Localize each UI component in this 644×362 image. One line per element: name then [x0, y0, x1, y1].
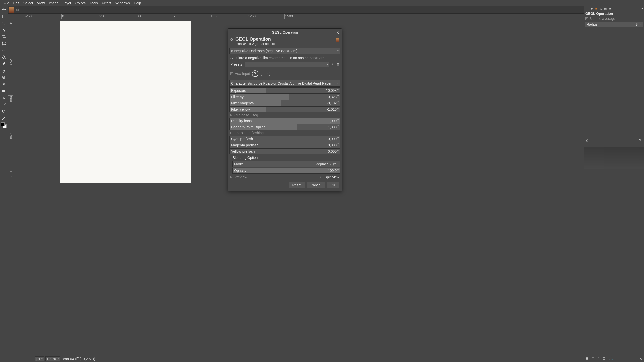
- dock-close-icon[interactable]: ⊠: [585, 138, 588, 142]
- menu-select[interactable]: Select: [21, 1, 35, 6]
- radius-field[interactable]: Radius 3 ▴▾: [585, 22, 643, 27]
- svg-point-11: [2, 110, 5, 112]
- fuzzy-select-tool-icon[interactable]: [0, 26, 7, 33]
- menu-tools[interactable]: Tools: [88, 1, 100, 6]
- menu-layer[interactable]: Layer: [61, 1, 73, 6]
- slider-value: -1,016: [327, 107, 337, 111]
- curve-combo[interactable]: Characteristic curve Fujicolor Crystal A…: [229, 80, 340, 87]
- ruler-horizontal[interactable]: -250 0 250 500 750 1000 1250 1500: [13, 14, 584, 19]
- sample-average-check[interactable]: × Sample average: [584, 16, 644, 21]
- clip-base-fog-check[interactable]: × Clip base + fog: [228, 113, 342, 118]
- density-boost-slider[interactable]: Density boost 1,000 ▴▾: [229, 118, 340, 124]
- spin-icon[interactable]: ▴▾: [337, 149, 340, 151]
- spin-icon[interactable]: ▴▾: [337, 168, 340, 170]
- reset-button[interactable]: Reset: [289, 182, 305, 188]
- menu-help[interactable]: Help: [132, 1, 143, 6]
- aux-picker-icon[interactable]: ?: [252, 70, 258, 77]
- spin-icon[interactable]: ▴▾: [337, 137, 340, 138]
- menu-image[interactable]: Image: [47, 1, 61, 6]
- slider-label: Magenta preflash: [231, 143, 258, 147]
- spin-icon[interactable]: ▴▾: [639, 24, 641, 25]
- transform-tool-icon[interactable]: [0, 40, 7, 47]
- dock-layers-placeholder[interactable]: [584, 147, 644, 169]
- filter-magenta-slider[interactable]: Filter magenta -0,102 ▴▾: [229, 100, 340, 106]
- image-tab-close-icon[interactable]: ⊠: [16, 8, 19, 12]
- zoom-combo[interactable]: 100 % ▾: [45, 356, 60, 361]
- color-picker-tool-icon[interactable]: [0, 101, 7, 108]
- spin-icon[interactable]: ▴▾: [337, 88, 340, 90]
- menu-windows[interactable]: Windows: [113, 1, 132, 6]
- preview-check[interactable]: × Preview: [230, 175, 247, 179]
- paintbrush-tool-icon[interactable]: [0, 60, 7, 67]
- ruler-vertical[interactable]: 0 250 500 750 1000: [8, 19, 13, 356]
- crop-tool-icon[interactable]: [0, 33, 7, 40]
- dock-tab-icon[interactable]: ▦: [603, 7, 607, 10]
- blend-switch-icon[interactable]: ⥂: [333, 162, 336, 166]
- menu-filters[interactable]: Filters: [100, 1, 113, 6]
- dialog-close-icon[interactable]: ✕: [336, 31, 339, 35]
- spin-icon[interactable]: ▴▾: [337, 125, 340, 127]
- dock-tab-icon[interactable]: ◆: [590, 7, 593, 10]
- spin-icon[interactable]: ▴▾: [337, 107, 340, 109]
- eraser-tool-icon[interactable]: [0, 67, 7, 74]
- preset-add-icon[interactable]: +: [331, 63, 334, 66]
- spin-icon[interactable]: ▴▾: [337, 95, 340, 96]
- spin-icon[interactable]: ▴▾: [337, 101, 340, 103]
- dock-anchor-icon[interactable]: ⚓: [609, 356, 613, 361]
- curve-label: Characteristic curve: [231, 81, 262, 85]
- path-tool-icon[interactable]: [0, 87, 7, 94]
- zoom-tool-icon[interactable]: [0, 108, 7, 115]
- cancel-button[interactable]: Cancel: [307, 182, 325, 188]
- aux-check-icon[interactable]: ×: [230, 72, 233, 75]
- filter-cyan-slider[interactable]: Filter cyan 0,323 ▴▾: [229, 94, 340, 100]
- measure-tool-icon[interactable]: [0, 115, 7, 121]
- presets-combo[interactable]: ▾: [245, 62, 329, 67]
- dock-delete-icon[interactable]: ⊠: [639, 357, 642, 361]
- split-view-check[interactable]: Split view: [320, 175, 339, 179]
- dialog-header-title: GEGL Operation: [235, 37, 271, 42]
- menu-file[interactable]: File: [2, 1, 11, 6]
- text-tool-icon[interactable]: A: [0, 94, 7, 101]
- enable-preflashing-check[interactable]: × Enable preflashing: [228, 130, 342, 135]
- menu-colors[interactable]: Colors: [73, 1, 88, 6]
- free-select-tool-icon[interactable]: [0, 20, 7, 26]
- spin-icon[interactable]: ▴▾: [337, 143, 340, 145]
- menu-view[interactable]: View: [35, 1, 47, 6]
- image-tab-thumb[interactable]: [9, 7, 14, 13]
- dock-tab-icon[interactable]: △: [599, 7, 602, 10]
- rect-select-tool-icon[interactable]: [0, 13, 7, 20]
- dodge-burn-slider[interactable]: Dodge/burn multiplier 1,000 ▴▾: [229, 124, 340, 130]
- dialog-titlebar[interactable]: GEGL Operation ✕: [228, 29, 342, 36]
- clone-tool-icon[interactable]: [0, 74, 7, 81]
- smudge-tool-icon[interactable]: [0, 81, 7, 87]
- dock-tab-icon[interactable]: ▭: [585, 7, 589, 10]
- filter-yellow-slider[interactable]: Filter yellow -1,016 ▴▾: [229, 106, 340, 112]
- blend-mode-combo[interactable]: Mode Replace ▾ ⥂ ▾: [232, 161, 340, 167]
- cyan-preflash-slider[interactable]: Cyan preflash 0,000 ▴▾: [229, 136, 340, 142]
- blending-options-expander[interactable]: - Blending Options: [228, 155, 342, 161]
- move-tool-icon[interactable]: [0, 6, 7, 13]
- dock-reset-icon[interactable]: ↻: [638, 138, 641, 142]
- dock-tab-icon[interactable]: ⊞: [608, 7, 612, 10]
- spin-icon[interactable]: ▴▾: [337, 119, 340, 120]
- dock-lower-icon[interactable]: ˅: [597, 356, 599, 361]
- dock-menu-icon[interactable]: ◂: [640, 7, 644, 10]
- exposure-slider[interactable]: Exposure -10,098 ▴▾: [229, 87, 340, 94]
- color-swatch[interactable]: [1, 122, 7, 128]
- operation-combo[interactable]: GNegative Darkroom (negative-darkroom) ▾: [229, 48, 340, 54]
- ok-button[interactable]: OK: [327, 182, 339, 188]
- warp-tool-icon[interactable]: [0, 47, 7, 54]
- preset-manage-icon[interactable]: ▤: [336, 63, 339, 66]
- menu-edit[interactable]: Edit: [11, 1, 21, 6]
- dock-duplicate-icon[interactable]: ⧉: [603, 356, 605, 361]
- bucket-fill-tool-icon[interactable]: [0, 54, 7, 60]
- yellow-preflash-slider[interactable]: Yellow preflash 0,000 ▴▾: [229, 148, 340, 154]
- aux-input-value: (none): [260, 72, 270, 76]
- dock-raise-icon[interactable]: ˄: [592, 356, 594, 361]
- unit-combo[interactable]: px ▾: [35, 356, 44, 361]
- dock-tab-icon[interactable]: ■: [594, 7, 598, 10]
- magenta-preflash-slider[interactable]: Magenta preflash 0,000 ▴▾: [229, 142, 340, 148]
- preview-label: Preview: [234, 175, 247, 179]
- opacity-slider[interactable]: Opacity 100,0 ▴▾: [232, 168, 340, 174]
- dock-new-icon[interactable]: ▣: [585, 356, 589, 361]
